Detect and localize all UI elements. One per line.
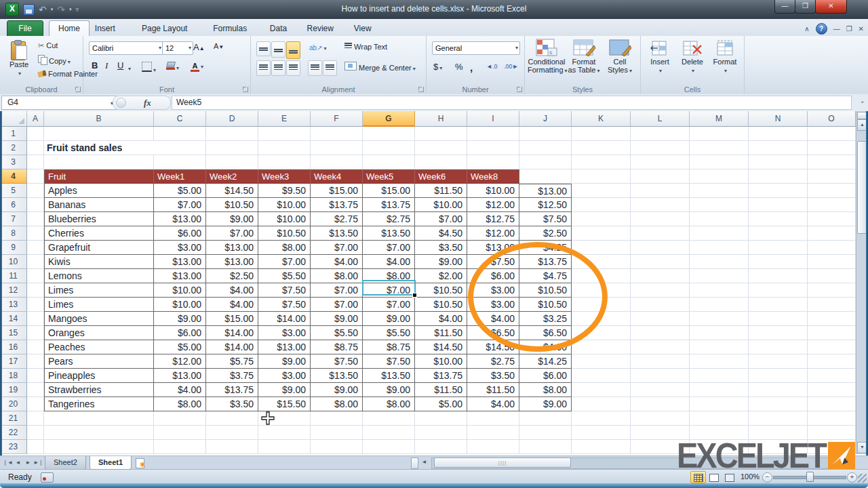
cell-K1[interactable] <box>572 127 631 141</box>
help-icon[interactable]: ? <box>816 23 827 35</box>
column-header-D[interactable]: D <box>206 111 258 127</box>
cell-B14[interactable]: Mangoes <box>44 312 154 326</box>
cell-N5[interactable] <box>749 184 808 198</box>
cell-J7[interactable]: $7.50 <box>519 212 572 226</box>
cell-G4[interactable]: Week5 <box>363 169 415 184</box>
cell-D9[interactable]: $13.00 <box>206 241 258 255</box>
cell-D5[interactable]: $14.50 <box>206 184 258 198</box>
cell-J5[interactable]: $13.00 <box>519 184 572 198</box>
column-header-F[interactable]: F <box>311 111 363 127</box>
cell-B2[interactable]: Fruit stand sales <box>44 141 154 155</box>
cell-H16[interactable]: $14.50 <box>415 340 467 354</box>
ribbon-tab-data[interactable]: Data <box>261 22 296 36</box>
fill-color-button[interactable] <box>166 62 179 71</box>
cell-L10[interactable] <box>631 255 690 269</box>
expand-formula-bar-icon[interactable]: ⌄ <box>860 97 865 104</box>
cell-N18[interactable] <box>749 369 808 383</box>
cell-O9[interactable] <box>808 241 856 255</box>
ribbon-tab-view[interactable]: View <box>345 22 380 36</box>
cell-H21[interactable] <box>415 411 467 426</box>
cell-F21[interactable] <box>311 411 363 426</box>
cell-M18[interactable] <box>690 369 749 383</box>
cell-O1[interactable] <box>808 127 856 141</box>
row-header-18[interactable]: 18 <box>0 369 27 383</box>
borders-button[interactable] <box>142 62 156 73</box>
cell-O15[interactable] <box>808 326 856 340</box>
cell-N11[interactable] <box>749 269 808 283</box>
cell-O11[interactable] <box>808 269 856 283</box>
cell-L17[interactable] <box>631 354 690 369</box>
cell-H22[interactable] <box>415 426 467 440</box>
cell-H3[interactable] <box>415 155 467 169</box>
cell-G7[interactable]: $2.75 <box>363 212 415 226</box>
row-header-23[interactable]: 23 <box>0 440 27 454</box>
select-all-corner[interactable] <box>0 111 27 127</box>
cell-B16[interactable]: Peaches <box>44 340 154 354</box>
cell-D11[interactable]: $2.50 <box>206 269 258 283</box>
cell-O3[interactable] <box>808 155 856 169</box>
cell-I4[interactable]: Week8 <box>467 169 519 184</box>
column-header-N[interactable]: N <box>749 111 808 127</box>
clipboard-dialog-launcher-icon[interactable] <box>75 87 81 92</box>
cell-O20[interactable] <box>808 397 856 411</box>
cell-M10[interactable] <box>690 255 749 269</box>
cell-B15[interactable]: Oranges <box>44 326 154 340</box>
cell-K16[interactable] <box>572 340 631 354</box>
cell-M19[interactable] <box>690 383 749 397</box>
cell-D23[interactable] <box>206 440 258 454</box>
cell-A23[interactable] <box>27 440 44 454</box>
underline-button[interactable]: U <box>117 60 123 70</box>
workbook-close-icon[interactable]: ✕ <box>859 25 864 33</box>
cell-E7[interactable]: $10.00 <box>258 212 311 226</box>
sheet-tab-sheet2[interactable]: Sheet2 <box>45 456 86 470</box>
cell-O14[interactable] <box>808 312 856 326</box>
name-box[interactable]: G4▾ <box>1 96 117 110</box>
vertical-scrollbar[interactable]: ▲ ▼ <box>856 111 867 454</box>
cell-N19[interactable] <box>749 383 808 397</box>
cell-L4[interactable] <box>631 169 690 184</box>
cell-M6[interactable] <box>690 198 749 212</box>
cell-G16[interactable]: $8.75 <box>363 340 415 354</box>
cell-E5[interactable]: $9.50 <box>258 184 311 198</box>
cell-H13[interactable]: $10.50 <box>415 298 467 312</box>
cell-E12[interactable]: $7.50 <box>258 283 311 298</box>
cell-L3[interactable] <box>631 155 690 169</box>
cell-K6[interactable] <box>572 198 631 212</box>
copy-button[interactable]: Copy <box>38 55 71 65</box>
insert-worksheet-tab[interactable]: ✱ <box>133 458 149 468</box>
cell-C6[interactable]: $7.00 <box>154 198 206 212</box>
bold-button[interactable]: B <box>92 60 98 70</box>
cell-I23[interactable] <box>467 440 519 454</box>
cell-K5[interactable] <box>572 184 631 198</box>
cell-G20[interactable]: $8.00 <box>363 397 415 411</box>
cell-M12[interactable] <box>690 283 749 298</box>
cell-K18[interactable] <box>572 369 631 383</box>
shrink-font-icon[interactable]: A▼ <box>214 42 224 50</box>
cell-G21[interactable] <box>363 411 415 426</box>
cell-M21[interactable] <box>690 411 749 426</box>
cell-N4[interactable] <box>749 169 808 184</box>
cell-O6[interactable] <box>808 198 856 212</box>
cell-H10[interactable]: $9.00 <box>415 255 467 269</box>
cell-A21[interactable] <box>27 411 44 426</box>
cell-E2[interactable] <box>258 141 311 155</box>
orientation-button[interactable]: ab↗ <box>309 43 327 52</box>
cell-G6[interactable]: $13.75 <box>363 198 415 212</box>
cell-E20[interactable]: $15.50 <box>258 397 311 411</box>
column-header-A[interactable]: A <box>27 111 44 127</box>
insert-cells-button[interactable]: Insert <box>645 40 675 74</box>
cell-D4[interactable]: Week2 <box>206 169 258 184</box>
cell-G3[interactable] <box>363 155 415 169</box>
cell-G9[interactable]: $7.00 <box>363 241 415 255</box>
cell-D16[interactable]: $14.00 <box>206 340 258 354</box>
ribbon-tab-file[interactable]: File <box>7 20 43 37</box>
cell-F5[interactable]: $15.00 <box>311 184 363 198</box>
cell-L8[interactable] <box>631 226 690 241</box>
cell-H14[interactable]: $4.00 <box>415 312 467 326</box>
cell-C22[interactable] <box>154 426 206 440</box>
row-header-6[interactable]: 6 <box>0 198 27 212</box>
cell-K2[interactable] <box>572 141 631 155</box>
cell-E17[interactable]: $9.00 <box>258 354 311 369</box>
cell-C13[interactable]: $10.00 <box>154 298 206 312</box>
cell-H8[interactable]: $4.50 <box>415 226 467 241</box>
